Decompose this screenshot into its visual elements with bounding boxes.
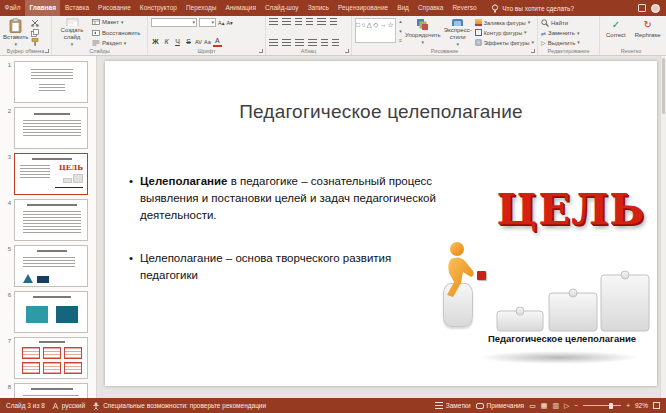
reverso-rephrase-button[interactable]: ↻ Rephrase bbox=[632, 18, 664, 47]
clipboard-dialog-launcher[interactable] bbox=[45, 49, 49, 53]
strikethrough-button[interactable]: S bbox=[184, 37, 193, 47]
tab-file[interactable]: Файл bbox=[0, 0, 25, 16]
language-indicator[interactable]: русский bbox=[52, 402, 85, 410]
replace-button[interactable]: ⇄ Заменить ▾ bbox=[541, 30, 580, 37]
goal-clipart-image[interactable]: ЦЕЛЬ bbox=[413, 187, 653, 373]
zoom-slider-thumb[interactable] bbox=[609, 403, 613, 409]
zoom-in-button[interactable]: + bbox=[626, 402, 630, 409]
font-color-button[interactable]: А bbox=[213, 37, 222, 47]
gallery-up-icon[interactable]: ▴ bbox=[399, 18, 402, 24]
tab-review[interactable]: Рецензирование bbox=[333, 0, 392, 16]
arrange-button[interactable]: Упорядочить ▾ bbox=[405, 18, 441, 47]
vertical-scrollbar[interactable] bbox=[660, 56, 666, 398]
align-right-button[interactable] bbox=[295, 39, 304, 47]
change-case-button[interactable]: Аа bbox=[204, 39, 211, 45]
slide-thumbnail-1[interactable] bbox=[14, 61, 88, 103]
drawing-dialog-launcher[interactable] bbox=[531, 49, 535, 53]
zoom-slider[interactable] bbox=[583, 405, 621, 406]
slide-thumbnail-6[interactable] bbox=[14, 291, 88, 333]
zoom-percentage[interactable]: 92% bbox=[635, 402, 648, 409]
shape-outline-button[interactable]: Контур фигуры ▾ bbox=[475, 29, 534, 36]
paragraph-dialog-launcher[interactable] bbox=[345, 49, 349, 53]
thumbnail-row-7[interactable]: 7 bbox=[0, 335, 96, 381]
align-center-button[interactable] bbox=[282, 39, 291, 47]
paste-button[interactable]: Вставить ▾ bbox=[3, 18, 28, 47]
reset-button[interactable]: Восстановить bbox=[92, 30, 140, 36]
cut-icon[interactable] bbox=[31, 19, 39, 27]
user-avatar[interactable] bbox=[651, 4, 660, 13]
bold-button[interactable]: Ж bbox=[151, 37, 160, 47]
accessibility-checker[interactable]: Специальные возможности: проверьте реком… bbox=[92, 402, 266, 410]
zoom-out-button[interactable]: − bbox=[574, 402, 578, 409]
layout-button[interactable]: Макет ▾ bbox=[92, 19, 140, 25]
thumbnail-row-1[interactable]: 1 bbox=[0, 59, 96, 105]
tab-slideshow[interactable]: Слайд-шоу bbox=[260, 0, 303, 16]
slide-thumbnail-4[interactable] bbox=[14, 199, 88, 241]
text-direction-button[interactable] bbox=[330, 18, 337, 26]
slide-thumbnail-8[interactable] bbox=[14, 383, 88, 398]
slide-thumbnail-5[interactable] bbox=[14, 245, 88, 287]
thumbnail-row-4[interactable]: 4 bbox=[0, 197, 96, 243]
normal-view-button[interactable]: ▭ bbox=[529, 398, 536, 413]
reverso-correct-button[interactable]: ✓ Correct bbox=[603, 18, 629, 47]
tell-me-search[interactable]: Что вы хотите сделать? bbox=[491, 0, 574, 16]
gallery-down-icon[interactable]: ▾ bbox=[399, 28, 402, 34]
tab-reverso[interactable]: Reverso bbox=[448, 0, 481, 16]
shape-fill-button[interactable]: Заливка фигуры ▾ bbox=[475, 19, 534, 26]
font-name-combobox[interactable]: ▾ bbox=[151, 18, 197, 27]
shape-effects-button[interactable]: Эффекты фигуры ▾ bbox=[475, 39, 534, 46]
slide-thumbnail-2[interactable] bbox=[14, 107, 88, 149]
decrease-indent-button[interactable] bbox=[295, 18, 302, 26]
tab-transitions[interactable]: Переходы bbox=[181, 0, 221, 16]
slide-title[interactable]: Педагогическое целеполагание bbox=[105, 101, 657, 123]
gallery-more-icon[interactable]: ≡ bbox=[399, 37, 402, 43]
section-button[interactable]: Раздел ▾ bbox=[92, 40, 140, 46]
tab-insert[interactable]: Вставка bbox=[60, 0, 93, 16]
reading-view-button[interactable]: ▥ bbox=[552, 398, 559, 413]
find-button[interactable]: Найти bbox=[541, 19, 580, 27]
thumbnail-row-2[interactable]: 2 bbox=[0, 105, 96, 151]
tab-design[interactable]: Конструктор bbox=[135, 0, 181, 16]
tab-animations[interactable]: Анимация bbox=[221, 0, 261, 16]
comments-button[interactable]: Примечания bbox=[476, 402, 525, 409]
tab-help[interactable]: Справка bbox=[413, 0, 448, 16]
tab-view[interactable]: Вид bbox=[393, 0, 414, 16]
fit-to-window-button[interactable] bbox=[653, 402, 660, 409]
tab-home[interactable]: Главная bbox=[25, 0, 60, 16]
slide-body-text[interactable]: •Целеполагание в педагогике – сознательн… bbox=[129, 173, 447, 284]
thumbnail-row-5[interactable]: 5 bbox=[0, 243, 96, 289]
format-painter-icon[interactable] bbox=[31, 38, 39, 46]
character-spacing-button[interactable]: AV bbox=[195, 39, 202, 45]
thumbnail-row-6[interactable]: 6 bbox=[0, 289, 96, 335]
scrollbar-thumb[interactable] bbox=[662, 58, 665, 114]
copy-icon[interactable] bbox=[31, 29, 39, 37]
new-slide-button[interactable]: Создать слайд ▾ bbox=[55, 18, 89, 47]
columns-button[interactable] bbox=[321, 39, 328, 47]
numbering-button[interactable] bbox=[282, 18, 291, 26]
thumbnail-row-8[interactable]: 8 bbox=[0, 381, 96, 398]
tab-draw[interactable]: Рисование bbox=[94, 0, 136, 16]
slide-sorter-view-button[interactable]: ▦ bbox=[541, 398, 548, 413]
increase-indent-button[interactable] bbox=[306, 18, 313, 26]
tab-record[interactable]: Запись bbox=[303, 0, 333, 16]
smartart-convert-button[interactable] bbox=[332, 39, 339, 47]
thumbnail-row-3[interactable]: 3 ЦЕЛЬ bbox=[0, 151, 96, 197]
quick-styles-button[interactable]: Экспресс-стили ▾ bbox=[444, 18, 472, 47]
italic-button[interactable]: К bbox=[162, 37, 171, 47]
slideshow-view-button[interactable]: ▷ bbox=[564, 398, 569, 413]
slide-thumbnail-7[interactable] bbox=[14, 337, 88, 379]
ribbon-options-icon[interactable] bbox=[638, 4, 646, 12]
line-spacing-button[interactable] bbox=[317, 18, 326, 26]
align-left-button[interactable] bbox=[269, 39, 278, 47]
shapes-gallery[interactable]: □○△◇→☆+▭◦● bbox=[355, 18, 396, 43]
notes-button[interactable]: Заметки bbox=[435, 402, 471, 409]
slide-editor[interactable]: Педагогическое целеполагание •Целеполага… bbox=[105, 61, 657, 386]
justify-button[interactable] bbox=[308, 39, 317, 47]
bullets-button[interactable] bbox=[269, 18, 278, 26]
grow-font-button[interactable]: А▴ bbox=[218, 20, 224, 26]
select-button[interactable]: ▷ Выделить ▾ bbox=[541, 39, 580, 46]
shrink-font-button[interactable]: А▾ bbox=[226, 20, 232, 26]
slide-thumbnail-3-selected[interactable]: ЦЕЛЬ bbox=[14, 153, 88, 195]
font-size-combobox[interactable]: ▾ bbox=[199, 18, 216, 27]
underline-button[interactable]: Ч bbox=[173, 37, 182, 47]
